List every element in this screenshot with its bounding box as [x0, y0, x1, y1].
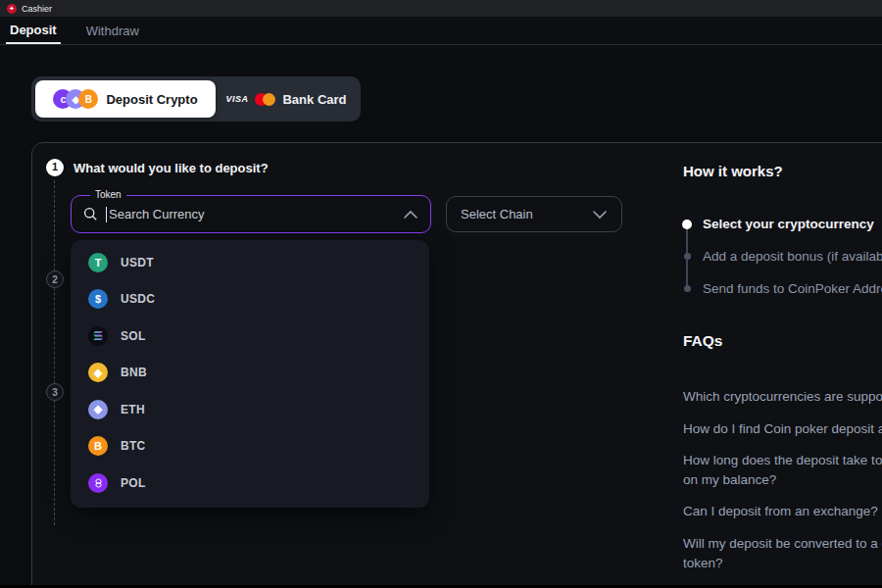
- chevron-down-icon: [592, 210, 608, 220]
- token-dropdown-list: T USDT $ USDC SOL ◆ BNB ◆ ETH B BTC POL: [71, 240, 429, 508]
- token-search-input[interactable]: Search Currency: [71, 195, 431, 233]
- token-symbol: BNB: [121, 366, 147, 379]
- deposit-method-toggle: c ◆ B Deposit Crypto VISA Bank Card: [31, 76, 361, 122]
- token-symbol: USDC: [121, 292, 155, 306]
- chain-select-value: Select Chain: [461, 207, 533, 221]
- step-1-badge: 1: [46, 159, 64, 176]
- token-option-eth[interactable]: ◆ ETH: [71, 391, 429, 428]
- hiw-step-label: Select your cryptocurrency: [703, 217, 874, 231]
- token-option-btc[interactable]: B BTC: [71, 428, 429, 466]
- eth-icon: ◆: [88, 400, 108, 419]
- faq-deposit-time[interactable]: How long does the deposit take to appear…: [683, 451, 882, 490]
- how-it-works-title: How it works?: [683, 163, 783, 179]
- token-option-usdt[interactable]: T USDT: [71, 244, 429, 281]
- token-symbol: BTC: [121, 439, 146, 453]
- bnb-icon: ◆: [88, 363, 108, 382]
- faq-token-conversion[interactable]: Will my deposit be converted to a differ…: [683, 534, 882, 573]
- token-option-bnb[interactable]: ◆ BNB: [71, 355, 429, 392]
- crypto-coins-icon: c ◆ B: [53, 89, 98, 109]
- timeline-dot: [684, 253, 691, 260]
- tab-withdraw[interactable]: Withdraw: [82, 17, 143, 44]
- token-symbol: POL: [121, 476, 146, 490]
- faq-line: token?: [683, 554, 882, 573]
- faq-supported-cryptos[interactable]: Which cryptocurrencies are supported?: [683, 387, 882, 407]
- usdt-icon: T: [88, 253, 108, 272]
- stepper-connector-line: [54, 180, 55, 525]
- step-1-title: What would you like to deposit?: [74, 161, 269, 175]
- token-option-sol[interactable]: SOL: [71, 318, 429, 355]
- token-symbol: SOL: [121, 329, 146, 343]
- faq-find-address[interactable]: How do I find Coin poker deposit address…: [683, 419, 882, 439]
- text-cursor: [106, 207, 107, 222]
- token-option-pol[interactable]: POL: [71, 465, 429, 502]
- faq-line: on my balance?: [683, 470, 882, 490]
- token-search-placeholder: Search Currency: [109, 207, 205, 221]
- hiw-step-send-funds[interactable]: Send funds to CoinPoker Address: [703, 281, 882, 296]
- token-symbol: ETH: [121, 403, 145, 416]
- token-field-label: Token: [90, 189, 126, 200]
- timeline-dot-active: [682, 220, 692, 229]
- btc-coin-icon: B: [78, 89, 98, 109]
- token-symbol: USDT: [121, 256, 154, 270]
- faq-line: How long does the deposit take to appear: [683, 451, 882, 470]
- chain-select[interactable]: Select Chain: [446, 196, 622, 232]
- faq-line: Will my deposit be converted to a differ…: [683, 534, 882, 554]
- btc-icon: B: [88, 436, 108, 456]
- step-3-badge: 3: [46, 383, 64, 401]
- timeline-dot: [684, 285, 691, 292]
- search-icon: [83, 207, 98, 221]
- token-option-usdc[interactable]: $ USDC: [71, 281, 429, 318]
- mastercard-logo-icon: [255, 93, 275, 106]
- bank-card-button[interactable]: VISA Bank Card: [216, 80, 357, 118]
- app-title: Cashier: [22, 4, 52, 14]
- chevron-up-icon[interactable]: [403, 210, 418, 220]
- tab-bar: Deposit Withdraw: [0, 17, 882, 45]
- coinpoker-logo-icon: ✦: [7, 4, 17, 14]
- usdc-icon: $: [88, 289, 108, 309]
- hiw-step-bonus[interactable]: Add a deposit bonus (if available): [703, 249, 882, 264]
- deposit-crypto-label: Deposit Crypto: [106, 92, 197, 107]
- tab-deposit[interactable]: Deposit: [6, 17, 61, 44]
- sol-icon: [88, 326, 108, 346]
- step-2-badge: 2: [46, 270, 64, 288]
- hiw-step-select-crypto[interactable]: Select your cryptocurrency: [703, 217, 882, 231]
- bank-card-label: Bank Card: [282, 92, 346, 107]
- visa-logo-icon: VISA: [225, 94, 248, 104]
- faqs-title: FAQs: [683, 332, 722, 350]
- pol-icon: [88, 473, 108, 493]
- faq-exchange-deposit[interactable]: Can I deposit from an exchange?: [683, 502, 878, 521]
- deposit-crypto-button[interactable]: c ◆ B Deposit Crypto: [35, 80, 216, 118]
- title-bar: ✦ Cashier: [0, 0, 882, 17]
